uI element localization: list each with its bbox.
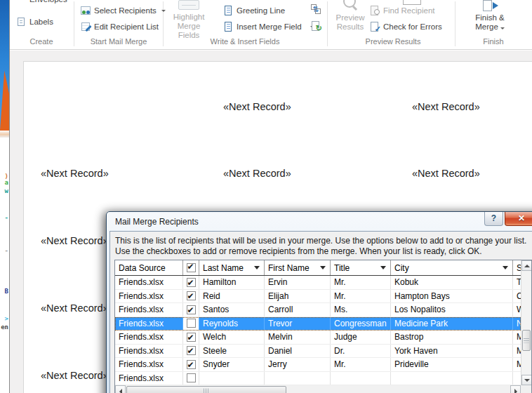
cell-title[interactable]: Mr.	[331, 290, 391, 303]
labels-button[interactable]: Labels	[15, 15, 53, 29]
table-row[interactable]: Friends.xlsx Reid Elijah Mr. Hampton Bay…	[115, 290, 521, 304]
cell-data-source[interactable]: Friends.xlsx	[115, 290, 183, 303]
column-header-select-all[interactable]	[183, 260, 199, 275]
cell-last-name[interactable]: Santos	[199, 303, 265, 317]
horizontal-scrollbar[interactable]	[115, 385, 531, 393]
cell-include-checkbox[interactable]	[183, 290, 199, 303]
scroll-down-button[interactable]	[521, 375, 531, 385]
match-fields-button[interactable]: ⇅	[310, 2, 321, 16]
check-for-errors-button[interactable]: ✓ Check for Errors	[369, 20, 442, 34]
column-header-city[interactable]: City	[391, 260, 513, 275]
cell-include-checkbox[interactable]	[183, 303, 199, 317]
cell-city[interactable]: Hampton Bays	[391, 290, 513, 303]
cell-last-name[interactable]: Steele	[199, 345, 265, 358]
next-record-field[interactable]: «Next Record»	[223, 101, 291, 112]
cell-first-name[interactable]: Daniel	[265, 345, 331, 358]
include-checkbox[interactable]	[187, 346, 196, 355]
include-checkbox[interactable]	[187, 291, 196, 300]
envelopes-button[interactable]: Envelopes	[15, 0, 67, 6]
column-header-state[interactable]: St	[513, 260, 521, 275]
cell-data-source[interactable]: Friends.xlsx	[115, 303, 183, 317]
cell-state[interactable]: N	[513, 317, 521, 331]
select-all-checkbox[interactable]	[187, 263, 196, 272]
next-record-field[interactable]: «Next Record»	[412, 101, 480, 112]
column-header-first-name[interactable]: First Name	[265, 260, 331, 275]
cell-state[interactable]: M	[513, 358, 521, 371]
finish-and-merge-button[interactable]: Finish & Merge	[470, 0, 510, 32]
cell-first-name[interactable]: Jerry	[265, 358, 331, 371]
cell-first-name[interactable]	[265, 372, 331, 385]
sort-dropdown-icon[interactable]	[320, 266, 326, 269]
next-record-field[interactable]: «Next Record»	[223, 168, 291, 179]
find-recipient-button[interactable]: Find Recipient	[369, 4, 435, 18]
next-record-field[interactable]: «Next Record»	[41, 302, 109, 314]
scroll-up-button[interactable]	[521, 260, 531, 271]
cell-last-name[interactable]: Reid	[199, 290, 265, 303]
include-checkbox[interactable]	[187, 305, 196, 314]
table-row[interactable]: Friends.xlsx Welch Melvin Judge Bastrop …	[115, 331, 521, 345]
cell-last-name[interactable]: Hamilton	[199, 276, 265, 289]
cell-first-name[interactable]: Elijah	[265, 290, 331, 303]
scroll-right-button[interactable]	[510, 385, 521, 393]
next-record-field[interactable]: «Next Record»	[412, 168, 480, 179]
highlight-merge-fields-button[interactable]: Highlight Merge Fields	[168, 0, 209, 40]
cell-include-checkbox[interactable]	[183, 345, 199, 358]
cell-last-name[interactable]: Snyder	[199, 358, 265, 371]
cell-state[interactable]: Te	[513, 276, 521, 289]
table-row[interactable]: Friends.xlsx Snyder Jerry Mr. Prideville…	[115, 358, 521, 372]
include-checkbox[interactable]	[187, 319, 196, 328]
cell-city[interactable]: Los Nopalitos	[391, 303, 513, 317]
table-row[interactable]: Friends.xlsx Reynolds Trevor Congressman…	[115, 317, 521, 331]
include-checkbox[interactable]	[187, 333, 196, 342]
greeting-line-button[interactable]: Greeting Line	[222, 4, 285, 18]
cell-title[interactable]: Congressman	[331, 317, 391, 331]
next-record-field[interactable]: «Next Record»	[41, 235, 109, 246]
select-recipients-button[interactable]: Select Recipients	[80, 4, 166, 18]
cell-city[interactable]: Prideville	[391, 358, 513, 371]
update-labels-button[interactable]: ↻	[310, 19, 321, 33]
column-header-data-source[interactable]: Data Source	[115, 260, 183, 275]
close-button[interactable]: ✕	[505, 212, 532, 226]
include-checkbox[interactable]	[187, 360, 196, 369]
cell-state[interactable]: W	[513, 303, 521, 317]
include-checkbox[interactable]	[187, 373, 196, 382]
table-row[interactable]: Friends.xlsx Santos Carroll Ms. Los Nopa…	[115, 303, 521, 317]
cell-state[interactable]: M	[513, 331, 521, 344]
scroll-left-button[interactable]	[115, 385, 126, 393]
cell-first-name[interactable]: Melvin	[265, 331, 331, 344]
next-record-field[interactable]: «Next Record»	[41, 168, 109, 179]
cell-title[interactable]: Mr.	[331, 276, 391, 289]
cell-city[interactable]: York Haven	[391, 345, 513, 358]
table-row[interactable]: Friends.xlsx Hamilton Ervin Mr. Kobuk Te	[115, 276, 521, 290]
preview-results-button[interactable]: Preview Results	[334, 0, 366, 32]
insert-merge-field-button[interactable]: Insert Merge Field	[222, 20, 314, 34]
cell-state[interactable]	[513, 372, 521, 385]
edit-recipient-list-button[interactable]: Edit Recipient List	[80, 20, 159, 34]
column-header-last-name[interactable]: Last Name	[199, 260, 265, 275]
cell-city[interactable]: Kobuk	[391, 276, 513, 289]
next-record-field[interactable]: «Next Record»	[41, 370, 109, 381]
cell-data-source[interactable]: Friends.xlsx	[115, 372, 183, 385]
cell-data-source[interactable]: Friends.xlsx	[115, 358, 183, 371]
cell-state[interactable]: O	[513, 290, 521, 303]
cell-include-checkbox[interactable]	[183, 331, 199, 344]
cell-first-name[interactable]: Carroll	[265, 303, 331, 317]
include-checkbox[interactable]	[187, 278, 196, 287]
sort-dropdown-icon[interactable]	[254, 266, 260, 269]
vertical-scrollbar[interactable]	[521, 260, 531, 385]
cell-include-checkbox[interactable]	[183, 317, 199, 331]
column-header-title[interactable]: Title	[331, 260, 391, 275]
vertical-scrollbar-thumb[interactable]	[522, 330, 531, 351]
help-button[interactable]: ?	[484, 212, 503, 226]
cell-title[interactable]: Mr.	[331, 358, 391, 371]
cell-data-source[interactable]: Friends.xlsx	[115, 331, 183, 344]
table-row[interactable]: Friends.xlsx	[115, 372, 521, 386]
cell-title[interactable]: Dr.	[331, 345, 391, 358]
cell-data-source[interactable]: Friends.xlsx	[115, 317, 183, 331]
cell-data-source[interactable]: Friends.xlsx	[115, 276, 183, 289]
cell-city[interactable]: Medicine Park	[391, 317, 513, 331]
cell-include-checkbox[interactable]	[183, 372, 199, 385]
cell-title[interactable]: Ms.	[331, 303, 391, 317]
cell-include-checkbox[interactable]	[183, 276, 199, 289]
cell-last-name[interactable]: Reynolds	[199, 317, 265, 331]
